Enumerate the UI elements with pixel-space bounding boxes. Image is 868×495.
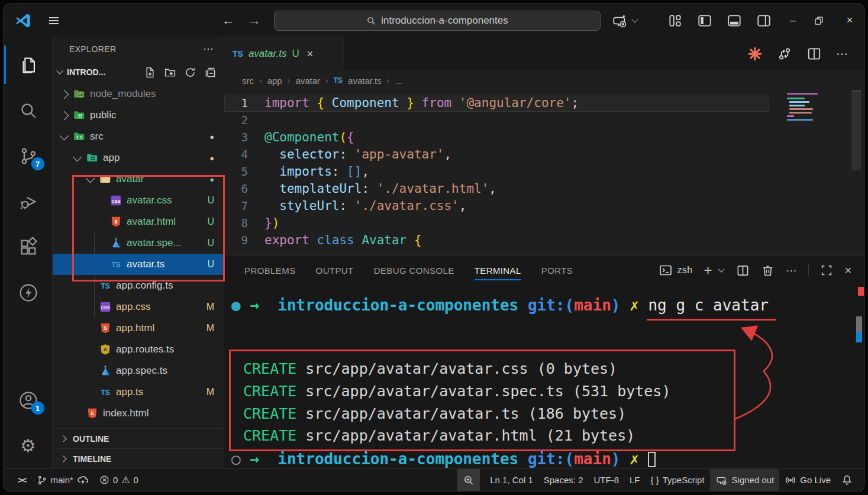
tree-item-avatar-css[interactable]: CSS avatar.css U (53, 190, 224, 211)
search-activity-icon[interactable] (4, 88, 53, 133)
toggle-secondary-sidebar-icon[interactable] (756, 13, 772, 28)
breadcrumb-avatar[interactable]: avatar (295, 76, 320, 86)
chevron-right-icon (60, 89, 69, 99)
tab-debug-console[interactable]: DEBUG CONSOLE (374, 256, 454, 284)
modified-dot: ● (209, 154, 224, 163)
new-file-icon[interactable] (144, 66, 156, 79)
tree-item-public[interactable]: public (53, 105, 224, 126)
gemini-starburst-icon[interactable] (747, 46, 763, 62)
panel-more-icon[interactable]: ⋯ (786, 264, 797, 277)
tab-ports[interactable]: PORTS (541, 256, 573, 284)
restore-icon[interactable] (814, 16, 828, 25)
run-debug-icon[interactable] (4, 179, 53, 224)
cursor-position[interactable]: Ln 1, Col 1 (485, 469, 538, 491)
problems-item[interactable]: 0 ⚠ 0 (94, 469, 144, 491)
tab-close-icon[interactable]: × (307, 48, 314, 60)
split-editor-icon[interactable] (806, 46, 822, 62)
customize-layout-icon[interactable] (667, 13, 683, 28)
shell-name[interactable]: zsh (677, 265, 692, 276)
explorer-more-icon[interactable]: ⋯ (203, 43, 214, 56)
copilot-status[interactable]: Signed out (710, 469, 780, 491)
remote-indicator[interactable]: >< (12, 469, 31, 491)
breadcrumb-src[interactable]: src (242, 76, 254, 86)
breadcrumb[interactable]: src › app › avatar › TS avatar.ts › ... (224, 70, 864, 90)
refresh-icon[interactable] (184, 66, 196, 79)
tab-problems[interactable]: PROBLEMS (244, 256, 296, 284)
close-icon[interactable]: × (843, 14, 857, 27)
maximize-panel-icon[interactable] (820, 264, 833, 277)
tree-item-app-css[interactable]: CSS app.css M (53, 296, 224, 318)
tree-item-app-ts[interactable]: TS app.ts M (53, 381, 224, 403)
tree-item-avatar-spec[interactable]: TS avatar.spe... U (53, 232, 224, 254)
tab-avatar-ts[interactable]: TS avatar.ts U × (224, 37, 344, 70)
git-badge: U (207, 259, 224, 270)
extensions-icon[interactable] (4, 224, 53, 270)
settings-gear-icon[interactable]: ⚙ (4, 423, 53, 468)
chevron-down-icon[interactable] (631, 16, 638, 22)
git-branch-item[interactable]: main* (31, 469, 94, 491)
error-count: 0 (113, 475, 118, 485)
indentation[interactable]: Spaces: 2 (538, 469, 589, 491)
toggle-primary-sidebar-icon[interactable] (697, 13, 712, 28)
notifications-bell-icon[interactable] (836, 469, 858, 491)
terminal[interactable]: ● → introduccion-a-componentes git:(main… (224, 284, 864, 468)
go-live[interactable]: Go Live (779, 469, 836, 491)
new-folder-icon[interactable] (164, 66, 176, 79)
explorer-icon[interactable] (4, 42, 53, 88)
terminal-output-line: CREATE src/app/avatar/avatar.spec.ts (53… (243, 383, 670, 400)
more-actions-icon[interactable]: ⋯ (836, 47, 848, 61)
tree-item-app-config[interactable]: TS app.config.ts (53, 275, 224, 296)
source-control-icon[interactable]: 7 (4, 133, 53, 179)
timeline-section[interactable]: TIMELINE (53, 448, 224, 468)
outline-section[interactable]: OUTLINE (53, 428, 224, 448)
back-icon[interactable]: ← (222, 13, 235, 28)
breadcrumb-file[interactable]: avatar.ts (348, 76, 382, 86)
tree-item-app[interactable]: app ● (53, 147, 224, 169)
copilot-icon[interactable] (611, 12, 629, 30)
tree-item-index-html[interactable]: 5 index.html (53, 403, 224, 424)
tree-item-app-spec[interactable]: TS app.spec.ts (53, 360, 224, 381)
eol[interactable]: LF (624, 469, 646, 491)
forward-icon[interactable]: → (248, 13, 261, 28)
encoding[interactable]: UTF-8 (588, 469, 624, 491)
tree-item-avatar[interactable]: avatar ● (53, 169, 224, 190)
publish-icon (77, 474, 89, 486)
split-terminal-icon[interactable] (736, 264, 750, 277)
kill-terminal-icon[interactable] (761, 264, 775, 277)
activity-bar: 7 1 ⚙ (4, 37, 53, 468)
collapse-all-icon[interactable] (204, 66, 217, 79)
workspace-section-header[interactable]: INTROD... (53, 61, 224, 83)
chevron-down-icon[interactable] (718, 266, 724, 272)
code-editor[interactable]: 1import { Component } from '@angular/cor… (224, 90, 864, 255)
tree-item-app-routes[interactable]: A app.routes.ts (53, 339, 224, 360)
editor-scrollbar[interactable] (851, 90, 861, 170)
tab-terminal[interactable]: TERMINAL (475, 256, 521, 284)
close-panel-icon[interactable]: × (844, 263, 852, 277)
breadcrumb-symbol[interactable]: ... (395, 76, 402, 86)
tree-item-avatar-html[interactable]: 5 avatar.html U (53, 211, 224, 232)
language-mode[interactable]: { } TypeScript (646, 469, 710, 491)
search-icon (366, 16, 376, 26)
html-icon: 5 (86, 407, 99, 420)
terminal-prompt-line: ○ → introduccion-a-componentes git:(main… (231, 450, 656, 468)
chevron-right-icon (60, 435, 66, 442)
test-icon: TS (109, 237, 122, 250)
braces-icon: { } (651, 475, 659, 485)
breadcrumb-app[interactable]: app (267, 76, 282, 86)
tree-item-avatar-ts[interactable]: TS avatar.ts U (53, 254, 224, 275)
accounts-icon[interactable]: 1 (4, 377, 53, 423)
tree-item-node-modules[interactable]: JS node_modules (53, 83, 224, 105)
menu-icon[interactable] (47, 14, 61, 28)
lightning-icon[interactable] (4, 270, 53, 315)
minimap[interactable] (786, 92, 827, 122)
svg-text:TS: TS (101, 389, 109, 397)
toggle-panel-icon[interactable] (727, 13, 742, 28)
new-terminal-icon[interactable]: + (704, 262, 712, 279)
tree-item-src[interactable]: src ● (53, 126, 224, 147)
minimize-icon[interactable]: – (786, 14, 800, 27)
tab-output[interactable]: OUTPUT (316, 256, 354, 284)
command-center-search[interactable]: introduccion-a-componentes (274, 11, 601, 31)
open-changes-icon[interactable] (777, 46, 792, 62)
tree-item-app-html[interactable]: 5 app.html M (53, 318, 224, 339)
zoom-indicator[interactable] (457, 469, 480, 491)
